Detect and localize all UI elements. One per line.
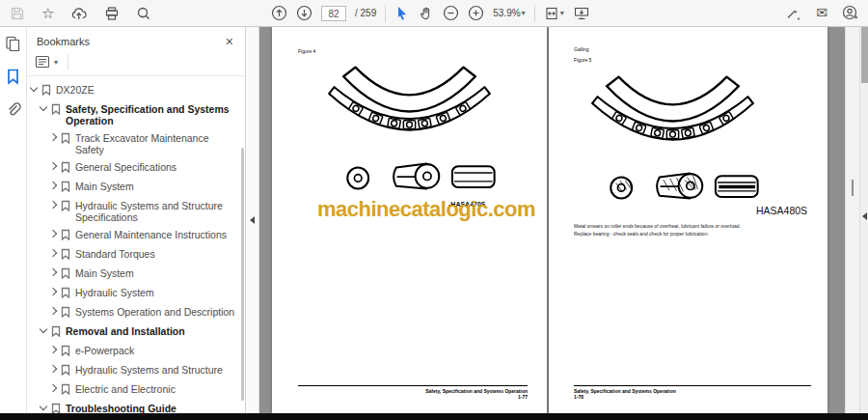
bookmark-item-label: Main System bbox=[75, 267, 237, 279]
bookmark-icon bbox=[61, 248, 70, 262]
bookmark-icon bbox=[61, 345, 70, 358]
chevron-right-icon[interactable] bbox=[49, 133, 57, 141]
sidebar-scrollbar[interactable] bbox=[241, 148, 244, 401]
account-icon[interactable] bbox=[842, 5, 858, 21]
scrolling-mode-icon[interactable] bbox=[573, 6, 590, 21]
chevron-down-icon[interactable] bbox=[40, 103, 47, 111]
scrollbar-thumb[interactable] bbox=[861, 27, 868, 83]
hand-tool-icon[interactable] bbox=[419, 6, 434, 21]
chevron-right-icon[interactable] bbox=[49, 288, 57, 295]
chevron-down-icon[interactable] bbox=[40, 325, 47, 333]
attachments-icon[interactable] bbox=[5, 101, 21, 122]
bookmark-item-label: Standard Torques bbox=[75, 248, 237, 260]
print-icon[interactable] bbox=[104, 6, 120, 21]
bookmark-item[interactable]: Safety, Specification and Systems Operat… bbox=[27, 100, 245, 129]
bookmark-item[interactable]: Systems Operation and Description bbox=[27, 303, 245, 322]
watermark-text: machinecatalogic.com bbox=[317, 197, 535, 222]
bookmark-item[interactable]: General Maintenance Instructions bbox=[27, 226, 245, 245]
bookmark-item[interactable]: Track Excavator Maintenance Safety bbox=[27, 129, 245, 158]
page-thumbnails-icon[interactable] bbox=[5, 36, 21, 56]
bookmark-item[interactable]: e-Powerpack bbox=[27, 342, 245, 361]
bookmark-item[interactable]: General Specifications bbox=[27, 158, 245, 178]
bookmark-item[interactable]: Main System bbox=[27, 178, 245, 197]
chevron-down-icon[interactable] bbox=[40, 403, 47, 410]
chevron-right-icon[interactable] bbox=[49, 201, 57, 209]
email-icon[interactable]: ✉ bbox=[816, 6, 827, 20]
chevron-right-icon[interactable] bbox=[49, 384, 57, 392]
bookmark-item-label: Hydraulic Systems and Structure Specific… bbox=[75, 200, 237, 223]
chevron-down-icon[interactable]: ▾ bbox=[54, 58, 58, 67]
panel-splitter[interactable] bbox=[246, 27, 259, 413]
bookmark-item-label: Electric and Electronic bbox=[75, 383, 237, 395]
vertical-scrollbar[interactable] bbox=[859, 27, 868, 413]
bookmark-item[interactable]: Main System bbox=[27, 265, 245, 284]
bookmark-item[interactable]: DX20ZE bbox=[27, 81, 245, 100]
chevron-right-icon[interactable] bbox=[49, 230, 57, 238]
section-heading: Galling bbox=[574, 46, 589, 52]
chevron-right-icon[interactable] bbox=[49, 346, 57, 353]
bookmark-item-label: Troubleshooting Guide bbox=[66, 403, 237, 413]
right-panel-strip[interactable] bbox=[845, 27, 859, 413]
collapse-left-panel-icon[interactable] bbox=[250, 216, 255, 224]
chevron-right-icon[interactable] bbox=[49, 162, 57, 170]
bookmark-item-label: Track Excavator Maintenance Safety bbox=[75, 132, 237, 155]
zoom-level-dropdown[interactable]: 53.9% ▾ bbox=[493, 8, 525, 18]
bookmark-icon bbox=[41, 84, 51, 98]
bookmark-item-label: DX20ZE bbox=[56, 84, 237, 96]
chevron-down-icon[interactable] bbox=[30, 84, 38, 92]
bookmark-item[interactable]: Standard Torques bbox=[27, 245, 245, 265]
page-footer: Safety, Specification and Systems Operat… bbox=[298, 385, 528, 402]
zoom-out-icon[interactable] bbox=[443, 5, 459, 21]
chevron-right-icon[interactable] bbox=[49, 249, 57, 257]
bookmark-item-label: Main System bbox=[75, 181, 237, 192]
bookmark-icon bbox=[51, 325, 61, 339]
panel-rail bbox=[0, 27, 27, 413]
search-icon[interactable] bbox=[136, 6, 151, 21]
chevron-right-icon[interactable] bbox=[49, 268, 57, 276]
bookmark-icon bbox=[61, 132, 70, 146]
bookmark-icon bbox=[51, 403, 61, 413]
pdf-viewer-window: ☆ 82 / 259 bbox=[0, 0, 868, 420]
bookmark-item[interactable]: Removal and Installation bbox=[27, 322, 245, 342]
share-upload-icon[interactable] bbox=[70, 6, 88, 21]
bookmark-item-label: General Maintenance Instructions bbox=[75, 229, 237, 240]
bookmark-item-label: General Specifications bbox=[75, 161, 237, 173]
caption-line: Replace bearing - check seals and check … bbox=[574, 230, 815, 238]
bookmark-item[interactable]: Hydraulic System bbox=[27, 284, 245, 303]
bookmark-item[interactable]: Hydraulic Systems and Structure bbox=[27, 361, 245, 380]
previous-page-icon[interactable] bbox=[271, 5, 287, 21]
chevron-right-icon[interactable] bbox=[49, 307, 57, 315]
caption-line: Metal smears on roller ends because of o… bbox=[574, 222, 815, 230]
next-page-icon[interactable] bbox=[296, 5, 312, 21]
bearing-figure-4 bbox=[311, 54, 508, 212]
bookmarks-panel-icon[interactable] bbox=[6, 69, 20, 89]
fit-width-icon bbox=[544, 6, 559, 21]
zoom-in-icon[interactable] bbox=[468, 5, 484, 21]
page-number-input[interactable]: 82 bbox=[321, 6, 346, 21]
figure-caption: Metal smears on roller ends because of o… bbox=[574, 222, 815, 238]
bookmark-item[interactable]: Electric and Electronic bbox=[27, 380, 245, 400]
close-icon[interactable]: × bbox=[226, 37, 233, 46]
save-icon[interactable] bbox=[10, 6, 25, 21]
bookmark-item[interactable]: Hydraulic Systems and Structure Specific… bbox=[27, 197, 245, 226]
expand-right-panel-icon[interactable] bbox=[862, 212, 867, 220]
fit-width-dropdown[interactable]: ▾ bbox=[544, 6, 564, 21]
footer-page-number: 1-78 bbox=[574, 394, 811, 401]
figure-label: Figure 5 bbox=[574, 57, 591, 63]
document-area[interactable]: Figure 4 -HASA470S Safety, Specification… bbox=[259, 27, 845, 413]
toolbar-divider bbox=[385, 5, 386, 22]
chevron-down-icon: ▾ bbox=[522, 9, 526, 17]
sign-icon[interactable] bbox=[785, 6, 801, 21]
bookmark-options-icon[interactable] bbox=[35, 55, 50, 69]
chevron-right-icon[interactable] bbox=[49, 182, 57, 189]
star-icon[interactable]: ☆ bbox=[41, 6, 54, 20]
splitter-handle[interactable] bbox=[852, 180, 854, 196]
bookmark-item[interactable]: Troubleshooting Guide bbox=[27, 400, 245, 413]
bookmark-tree: DX20ZESafety, Specification and Systems … bbox=[27, 76, 245, 413]
zoom-level-value: 53.9% bbox=[493, 8, 520, 18]
bookmark-item-label: Hydraulic Systems and Structure bbox=[75, 364, 237, 376]
toolbar-divider bbox=[534, 5, 535, 22]
select-tool-icon[interactable] bbox=[394, 6, 410, 21]
chevron-right-icon[interactable] bbox=[49, 365, 57, 373]
main-area: Bookmarks × ▾ DX20ZESafety, Specificatio… bbox=[0, 27, 868, 413]
